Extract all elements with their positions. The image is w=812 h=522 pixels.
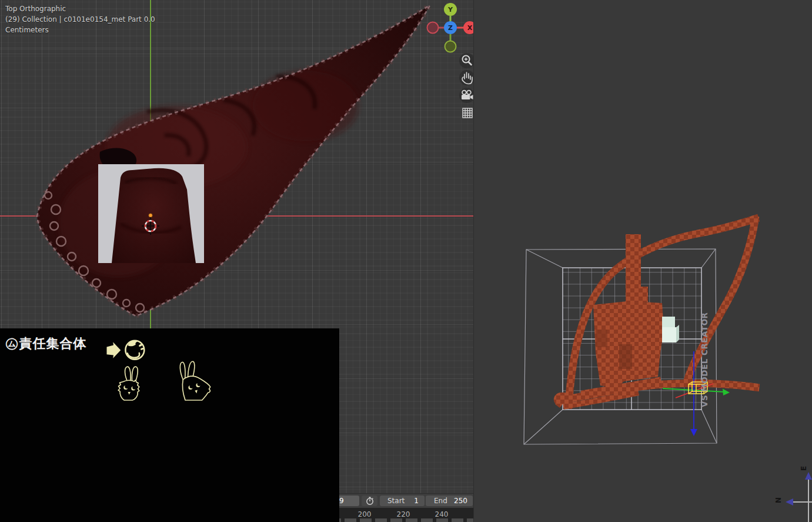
frame-end-field[interactable]: End 250 [426, 496, 473, 506]
voxel-viewport[interactable]: VS MODEL CREATOR E N [473, 0, 812, 522]
collection-breadcrumb: (29) Collection | c0101e0154_met Part 0.… [5, 14, 155, 25]
ruler-tick-200: 200 [353, 510, 376, 518]
gizmo-negy-ball[interactable] [445, 41, 456, 52]
gizmo-z-label: Z [448, 24, 453, 32]
view-label: Top Orthographic [5, 4, 155, 14]
end-value: 250 [454, 496, 467, 506]
compass-north-label: N [774, 497, 783, 503]
rabbit-front-drawing [118, 367, 139, 400]
gizmo-negx-ball[interactable] [427, 22, 439, 34]
end-label: End [434, 496, 447, 506]
watermark-text: VS MODEL CREATOR [700, 312, 709, 407]
compass-east-arrow [805, 472, 812, 480]
leaf-cloak-object[interactable] [37, 5, 430, 316]
stopwatch-icon [365, 496, 375, 506]
ruler-tick-240: 240 [430, 510, 453, 518]
object-origin-dot [149, 214, 152, 217]
orientation-gizmo[interactable]: Y Z X [427, 3, 474, 52]
auto-keying-button[interactable] [362, 496, 377, 506]
compass-widget: E N [774, 466, 812, 522]
arrow-icon [106, 342, 121, 358]
gizmo-x-label: X [467, 24, 473, 32]
app-stage: Top Orthographic (29) Collection | c0101… [0, 0, 812, 522]
hat-silhouette [112, 168, 196, 263]
start-value: 1 [414, 496, 419, 506]
viewport-nav-icons [459, 53, 473, 118]
units-label: Centimeters [5, 25, 155, 35]
voxel-scene: VS MODEL CREATOR E N [474, 0, 812, 522]
gizmo-y-label: Y [447, 6, 453, 14]
compass-east-label: E [800, 466, 808, 471]
go-face-emblem [125, 341, 144, 360]
media-artwork [0, 328, 339, 522]
compass-north-arrow [786, 498, 793, 506]
rabbit-profile-drawing [180, 361, 210, 400]
timeline-channel-segments [329, 518, 473, 522]
media-overlay-panel: ㋰責任集合体 [0, 328, 339, 522]
ruler-tick-220: 220 [392, 510, 415, 518]
viewport-header: Top Orthographic (29) Collection | c0101… [5, 4, 155, 35]
start-label: Start [387, 496, 405, 506]
frame-start-field[interactable]: Start 1 [380, 496, 425, 506]
grid-icon[interactable] [463, 108, 472, 118]
